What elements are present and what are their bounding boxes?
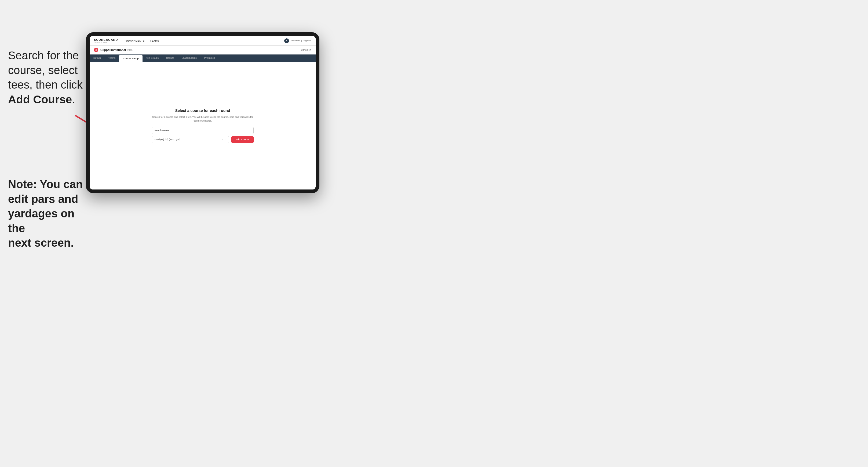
tab-details[interactable]: Details (90, 55, 105, 62)
logo-subtext: Powered by clippd (94, 41, 118, 43)
note-line4: next screen. (8, 237, 74, 249)
note-line2: edit pars and (8, 193, 78, 205)
annotation-line1: Search for the (8, 49, 79, 62)
cancel-label: Cancel (301, 49, 308, 51)
course-setup-panel: Select a course for each round Search fo… (152, 108, 254, 143)
tab-results[interactable]: Results (162, 55, 178, 62)
tournament-title: Clippd Invitational (100, 48, 126, 52)
annotation-text: Search for the course, select tees, then… (8, 48, 86, 107)
tournament-subtitle: (Men) (127, 49, 133, 51)
annotation-note: Note: You can edit pars and yardages on … (8, 177, 86, 250)
user-name: Test User (291, 39, 300, 42)
panel-description: Search for a course and select a tee. Yo… (152, 116, 254, 123)
tournament-icon-letter: C (95, 49, 97, 51)
cancel-icon: ✕ (309, 49, 311, 51)
main-content: Select a course for each round Search fo… (90, 62, 316, 189)
logo: SCOREBOARD Powered by clippd (94, 38, 118, 43)
top-navigation: SCOREBOARD Powered by clippd TOURNAMENTS… (90, 36, 316, 45)
tab-tee-groups[interactable]: Tee Groups (143, 55, 163, 62)
annotation-line2: course, select (8, 64, 78, 76)
tab-leaderboards[interactable]: Leaderboards (178, 55, 200, 62)
annotation-bold: Add Course (8, 93, 72, 106)
tournament-icon: C (94, 48, 98, 52)
add-course-button[interactable]: Add Course (231, 136, 254, 143)
nav-teams[interactable]: TEAMS (150, 39, 159, 42)
tee-select-row: Gold (M) (M) (7010 yds) × ⌃ Add Course (152, 136, 254, 143)
tee-chevron-icon[interactable]: ⌃ (224, 138, 226, 141)
tee-select-dropdown[interactable]: Gold (M) (M) (7010 yds) × ⌃ (152, 136, 229, 143)
nav-separator: | (302, 39, 302, 42)
tee-select-controls: × ⌃ (222, 138, 226, 141)
nav-tournaments[interactable]: TOURNAMENTS (124, 39, 145, 42)
course-search-input[interactable] (152, 127, 254, 134)
annotation-end: . (72, 93, 75, 106)
tablet-device: SCOREBOARD Powered by clippd TOURNAMENTS… (86, 32, 319, 193)
logo-text: SCOREBOARD (94, 38, 118, 41)
nav-items: TOURNAMENTS TEAMS (124, 39, 284, 42)
user-avatar: T (284, 38, 289, 43)
tab-teams[interactable]: Teams (105, 55, 119, 62)
tournament-header: C Clippd Invitational (Men) Cancel ✕ (90, 45, 316, 55)
note-line1: Note: You can (8, 178, 83, 191)
tablet-screen: SCOREBOARD Powered by clippd TOURNAMENTS… (90, 36, 316, 189)
tab-navigation: Details Teams Course Setup Tee Groups Re… (90, 55, 316, 62)
tab-printables[interactable]: Printables (200, 55, 219, 62)
annotation-line3: tees, then click (8, 79, 83, 91)
tab-course-setup[interactable]: Course Setup (119, 55, 143, 62)
note-line3: yardages on the (8, 207, 74, 235)
tee-select-value: Gold (M) (M) (7010 yds) (155, 138, 180, 141)
sign-out-link[interactable]: Sign out (304, 39, 311, 42)
panel-title: Select a course for each round (152, 108, 254, 113)
cancel-button[interactable]: Cancel ✕ (301, 49, 311, 51)
tee-clear-icon[interactable]: × (222, 138, 224, 141)
nav-right: T Test User | Sign out (284, 38, 311, 43)
